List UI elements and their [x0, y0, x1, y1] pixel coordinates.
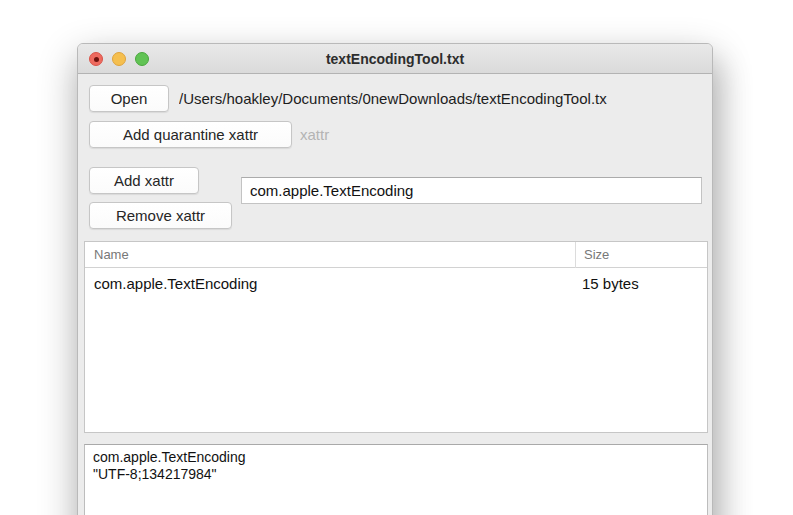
open-button[interactable]: Open — [89, 85, 169, 112]
column-header-name[interactable]: Name — [94, 242, 129, 268]
output-line-value: "UTF-8;134217984" — [93, 466, 699, 483]
xattr-name-input[interactable] — [241, 177, 702, 204]
column-header-size[interactable]: Size — [584, 242, 609, 268]
remove-xattr-button[interactable]: Remove xattr — [89, 202, 232, 229]
xattr-value-output[interactable]: com.apple.TextEncoding "UTF-8;134217984" — [84, 444, 708, 515]
add-quarantine-xattr-button[interactable]: Add quarantine xattr — [89, 121, 292, 148]
window-title: textEncodingTool.txt — [78, 44, 712, 74]
add-xattr-button[interactable]: Add xattr — [89, 167, 199, 194]
cell-xattr-name: com.apple.TextEncoding — [94, 268, 257, 299]
column-divider[interactable] — [575, 242, 576, 268]
quarantine-xattr-input[interactable] — [300, 121, 440, 148]
table-row[interactable]: com.apple.TextEncoding 15 bytes — [85, 268, 707, 299]
xattr-table: Name Size com.apple.TextEncoding 15 byte… — [84, 241, 708, 433]
title-bar[interactable]: textEncodingTool.txt — [78, 44, 712, 74]
table-header: Name Size — [85, 242, 707, 268]
cell-xattr-size: 15 bytes — [582, 268, 639, 299]
app-window: textEncodingTool.txt Open /Users/hoakley… — [77, 43, 713, 515]
output-line-name: com.apple.TextEncoding — [93, 449, 699, 466]
file-path-label: /Users/hoakley/Documents/0newDownloads/t… — [179, 85, 713, 112]
